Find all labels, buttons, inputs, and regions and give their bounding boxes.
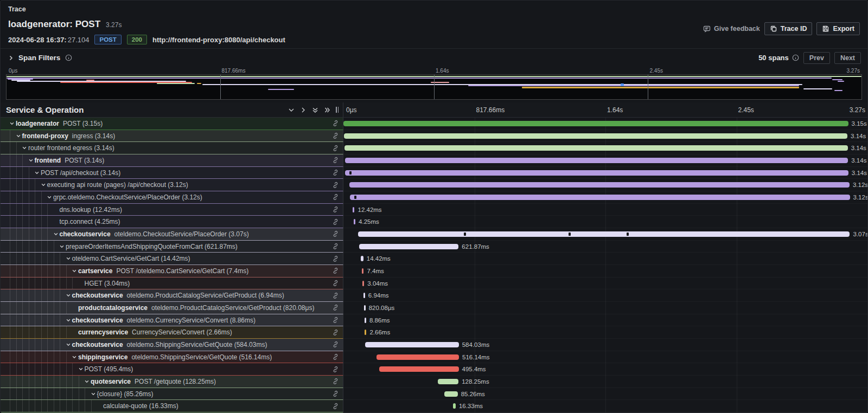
span-link-icon[interactable] (332, 169, 339, 176)
table-row[interactable]: dns.lookup (12.42ms) 12.42ms (1, 204, 867, 216)
chevron-down-icon[interactable] (65, 256, 72, 261)
span-link-icon[interactable] (332, 132, 339, 139)
span-name-cell[interactable]: {closure} (85.26ms) (1, 388, 343, 401)
span-bar[interactable] (379, 366, 458, 372)
span-bar-cell[interactable]: 495.4ms (343, 363, 867, 376)
span-link-icon[interactable] (332, 218, 339, 225)
span-bar-cell[interactable]: 14.42ms (343, 253, 867, 265)
span-bar[interactable] (343, 121, 848, 126)
span-name-cell[interactable]: checkoutservice oteldemo.CheckoutService… (1, 228, 343, 241)
give-feedback-button[interactable]: Give feedback (703, 22, 760, 35)
span-name-cell[interactable]: frontend-proxy ingress (3.14s) (1, 130, 343, 143)
panel-splitter[interactable] (336, 107, 339, 113)
span-link-icon[interactable] (332, 230, 339, 237)
expand-one-icon[interactable] (300, 107, 307, 113)
span-bar-cell[interactable]: 3.14s (343, 167, 867, 179)
span-bar-cell[interactable]: 4.25ms (343, 216, 867, 228)
span-bar[interactable] (438, 379, 458, 384)
span-link-icon[interactable] (332, 329, 339, 336)
chevron-down-icon[interactable] (83, 379, 91, 384)
span-bar[interactable] (344, 133, 847, 139)
span-name-cell[interactable]: calculate-quote (16.33ms) (1, 400, 343, 412)
span-name-cell[interactable]: prepareOrderItemsAndShippingQuoteFromCar… (1, 241, 343, 253)
span-bar-cell[interactable]: 621.87ms (343, 241, 867, 253)
chevron-down-icon[interactable] (52, 231, 60, 237)
table-row[interactable]: shippingservice oteldemo.ShippingService… (1, 351, 867, 364)
span-bar-cell[interactable]: 3.12s (343, 191, 867, 204)
span-bar-cell[interactable]: 820.08μs (343, 302, 867, 314)
span-bar-cell[interactable]: 3.12s (343, 179, 867, 191)
span-bar[interactable] (358, 231, 850, 237)
span-name-cell[interactable]: POST /api/checkout (3.14s) (1, 167, 343, 179)
trace-id-button[interactable]: Trace ID (764, 22, 813, 35)
span-bar[interactable] (365, 342, 459, 347)
span-bar-cell[interactable]: 7.4ms (343, 265, 867, 278)
span-bar-cell[interactable]: 12.42ms (343, 204, 867, 216)
span-bar[interactable] (359, 244, 459, 249)
table-row[interactable]: executing api route (pages) /api/checkou… (1, 179, 867, 191)
chevron-down-icon[interactable] (8, 121, 16, 126)
span-link-icon[interactable] (332, 317, 339, 324)
next-button[interactable]: Next (834, 52, 861, 64)
span-link-icon[interactable] (332, 403, 339, 410)
chevron-down-icon[interactable] (58, 244, 66, 249)
span-name-cell[interactable]: checkoutservice oteldemo.ProductCatalogS… (1, 289, 343, 302)
span-name-cell[interactable]: POST (495.4ms) (1, 363, 343, 376)
chevron-down-icon[interactable] (46, 195, 53, 200)
table-row[interactable]: checkoutservice oteldemo.ProductCatalogS… (1, 289, 867, 302)
table-row[interactable]: prepareOrderItemsAndShippingQuoteFromCar… (1, 241, 867, 253)
span-link-icon[interactable] (332, 267, 339, 274)
chevron-down-icon[interactable] (40, 182, 47, 188)
span-link-icon[interactable] (332, 292, 339, 299)
span-bar-cell[interactable]: 2.66ms (343, 326, 867, 339)
span-link-icon[interactable] (332, 182, 339, 189)
span-link-icon[interactable] (332, 157, 339, 164)
chevron-down-icon[interactable] (21, 145, 28, 151)
table-row[interactable]: currencyservice CurrencyService/Convert … (1, 326, 867, 339)
table-row[interactable]: frontend-proxy ingress (3.14s) 3.14s (1, 130, 867, 143)
info-icon[interactable] (65, 54, 72, 61)
span-link-icon[interactable] (332, 280, 339, 287)
span-bar[interactable] (350, 195, 850, 200)
span-link-icon[interactable] (332, 378, 339, 385)
chevron-down-icon[interactable] (71, 354, 78, 360)
span-name-cell[interactable]: HGET (3.04ms) (1, 278, 343, 290)
chevron-down-icon[interactable] (71, 268, 78, 274)
span-bar-cell[interactable]: 3.14s (343, 142, 867, 154)
span-name-cell[interactable]: checkoutservice oteldemo.ShippingService… (1, 339, 343, 351)
chevron-down-icon[interactable] (15, 133, 22, 139)
table-row[interactable]: tcp.connect (4.25ms) 4.25ms (1, 216, 867, 228)
span-bar-cell[interactable]: 3.14s (343, 130, 867, 143)
span-link-icon[interactable] (332, 145, 339, 152)
span-bar-cell[interactable]: 3.04ms (343, 278, 867, 290)
table-row[interactable]: {closure} (85.26ms) 85.26ms (1, 388, 867, 401)
chevron-down-icon[interactable] (90, 391, 97, 397)
span-name-cell[interactable]: router frontend egress (3.14s) (1, 142, 343, 154)
span-name-cell[interactable]: grpc.oteldemo.CheckoutService/PlaceOrder… (1, 191, 343, 204)
span-link-icon[interactable] (332, 243, 339, 250)
span-link-icon[interactable] (332, 193, 339, 201)
span-bar[interactable] (444, 391, 458, 397)
span-bar-cell[interactable]: 516.14ms (343, 351, 867, 364)
span-bar[interactable] (349, 182, 850, 188)
span-name-cell[interactable]: tcp.connect (4.25ms) (1, 216, 343, 228)
span-link-icon[interactable] (332, 255, 339, 262)
span-link-icon[interactable] (332, 304, 339, 311)
span-bar-cell[interactable]: 3.15s (343, 118, 867, 130)
table-row[interactable]: grpc.oteldemo.CheckoutService/PlaceOrder… (1, 191, 867, 204)
table-row[interactable]: router frontend egress (3.14s) 3.14s (1, 142, 867, 154)
span-name-cell[interactable]: frontend POST (3.14s) (1, 154, 343, 167)
prev-button[interactable]: Prev (803, 52, 830, 64)
span-name-cell[interactable]: shippingservice oteldemo.ShippingService… (1, 351, 343, 364)
chevron-down-icon[interactable] (77, 366, 85, 372)
table-row[interactable]: oteldemo.CartService/GetCart (14.42ms) 1… (1, 253, 867, 265)
span-link-icon[interactable] (332, 341, 339, 348)
table-row[interactable]: loadgenerator POST (3.15s) 3.15s (1, 118, 867, 130)
table-row[interactable]: calculate-quote (16.33ms) 16.33ms (1, 400, 867, 412)
span-bar[interactable] (376, 354, 459, 360)
span-bar-cell[interactable]: 3.14s (343, 154, 867, 167)
chevron-down-icon[interactable] (65, 293, 72, 298)
span-link-icon[interactable] (332, 353, 339, 360)
export-button[interactable]: Export (816, 22, 860, 35)
span-name-cell[interactable]: oteldemo.CartService/GetCart (14.42ms) (1, 253, 343, 265)
